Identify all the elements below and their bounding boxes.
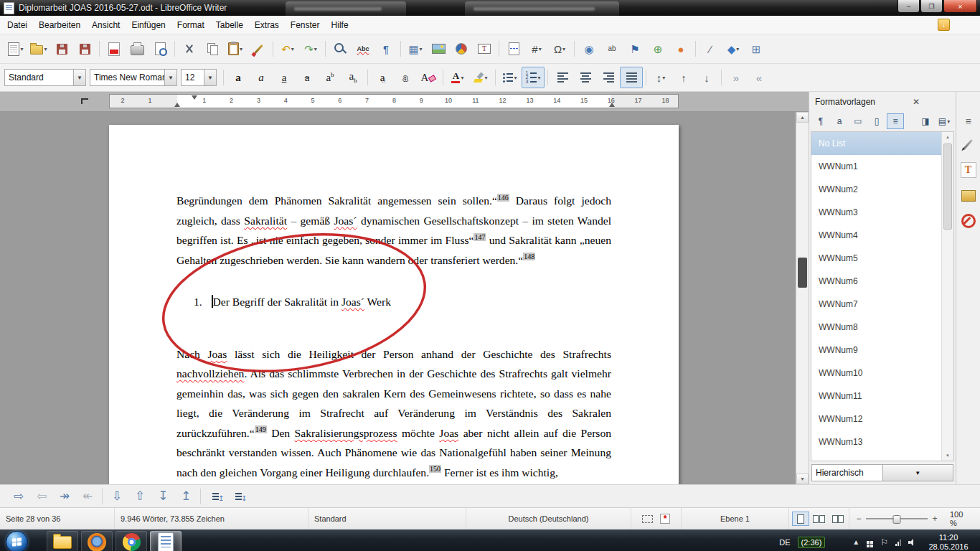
taskbar-writer-button[interactable] [150,531,182,551]
superscript-button[interactable]: ab [319,67,341,88]
taskbar-chrome-button[interactable] [116,531,147,551]
first-line-indent-marker[interactable] [192,95,197,100]
multi-page-view-button[interactable] [811,512,828,526]
underline-button[interactable]: a [273,67,296,88]
highlight-button[interactable]: ▾ [469,67,492,88]
navigate-back-button[interactable]: ⇦ [30,487,53,506]
insert-image-button[interactable] [427,38,450,60]
list-styles-icon[interactable]: ≡ [887,113,904,129]
minimize-button[interactable]: – [897,0,920,13]
align-center-button[interactable] [574,67,597,88]
paragraph-style-combo[interactable]: Standard ▼ [4,69,86,86]
insert-field-button[interactable]: #▾ [525,38,548,60]
special-character-dropdown[interactable]: ▾ [562,46,565,52]
document-canvas[interactable]: Begründungen dem Phänomen Sakralität ang… [0,112,796,484]
document-page[interactable]: Begründungen dem Phänomen Sakralität ang… [109,125,679,484]
paragraph-space-decrease-button[interactable]: ↓ [695,67,718,88]
style-item-wwnum9[interactable]: WWNum9 [811,339,942,362]
paste-button[interactable]: ▾ [224,38,247,60]
taskbar-explorer-button[interactable] [47,531,78,551]
style-item-wwnum7[interactable]: WWNum7 [811,293,942,316]
menu-ansicht[interactable]: Ansicht [86,17,126,33]
styles-scroll-down-arrow[interactable]: ▼ [942,451,953,461]
insert-hyperlink-button[interactable]: ◉ [578,38,600,60]
bullets-button[interactable]: ▾ [499,67,522,88]
maximize-button[interactable]: ❐ [920,0,943,13]
style-item-wwnum11[interactable]: WWNum11 [811,385,942,408]
style-item-wwnum8[interactable]: WWNum8 [811,316,942,339]
start-button[interactable] [6,531,28,551]
book-view-button[interactable] [829,512,847,526]
style-item-wwnum5[interactable]: WWNum5 [811,247,942,270]
page-break-button[interactable] [502,38,525,60]
repeat-search-back-button[interactable]: ↞ [76,487,99,506]
new-style-from-selection-icon-dropdown[interactable]: ▾ [947,118,950,125]
shadow-button[interactable]: a [371,67,394,88]
style-item-wwnum1[interactable]: WWNum1 [811,155,942,178]
scroll-down-button[interactable]: ⇩ [105,487,128,506]
menu-einfgen[interactable]: Einfügen [126,17,171,33]
action-center-flag-icon[interactable]: ⚐ [880,537,888,547]
single-page-view-button[interactable] [792,512,809,526]
styles-filter-dropdown[interactable]: ▼ [882,465,953,481]
taskbar-firefox-button[interactable] [81,531,113,551]
footnote-reference[interactable]: 147 [473,233,486,241]
menu-hilfe[interactable]: Hilfe [326,17,354,33]
redo-dropdown[interactable]: ▾ [314,46,317,52]
new-style-from-selection-icon[interactable]: ▤▾ [936,113,953,129]
styles-scrollbar[interactable]: ▲ ▼ [941,132,953,461]
italic-button[interactable]: a [250,67,273,88]
font-size-combo[interactable]: 12 ▼ [181,69,217,86]
align-right-button[interactable] [597,67,620,88]
menu-fenster[interactable]: Fenster [285,17,326,33]
scrollbar-down-arrow[interactable]: ▼ [796,474,809,484]
menu-tabelle[interactable]: Tabelle [210,17,249,33]
style-item-wwnum2[interactable]: WWNum2 [811,178,942,201]
open-button[interactable]: ▾ [27,38,50,60]
sidebar-menu-icon[interactable]: ≡ [965,116,971,126]
style-item-wwnum13[interactable]: WWNum13 [811,430,942,453]
network-icon[interactable] [895,539,901,546]
menu-extras[interactable]: Extras [249,17,285,33]
line-spacing-button[interactable]: ↕▾ [649,67,672,88]
zoom-slider[interactable]: − + [849,508,944,529]
next-list-item-button[interactable]: ↧ [227,487,250,506]
styles-scroll-up-arrow[interactable]: ▲ [942,132,953,142]
taskbar-clock[interactable]: 11:20 28.05.2016 [923,533,974,551]
page-indicator[interactable]: Seite 28 von 36 [0,508,115,529]
right-indent-marker[interactable] [609,103,615,107]
font-color-dropdown[interactable]: ▾ [461,75,463,81]
save-as-button[interactable] [73,38,96,60]
insert-chart-button[interactable] [450,38,473,60]
frame-styles-icon[interactable]: ▭ [849,113,867,129]
menu-datei[interactable]: Datei [1,17,33,33]
bold-button[interactable]: a [227,67,250,88]
styles-filter-combo[interactable]: Hierarchisch ▼ [811,464,953,481]
footnote-reference[interactable]: 150 [429,465,441,473]
basic-shapes-button[interactable]: ◆▾ [722,38,745,60]
line-spacing-dropdown[interactable]: ▾ [662,75,665,81]
styles-scrollbar-thumb[interactable] [943,143,952,230]
character-styles-icon[interactable]: a [831,113,848,129]
basic-shapes-dropdown[interactable]: ▾ [736,46,739,52]
clone-formatting-button[interactable] [247,38,270,60]
insert-bookmark-button[interactable]: ⚑ [623,38,646,60]
selection-mode-icon[interactable] [642,515,653,523]
tray-grid-icon[interactable] [867,541,870,544]
paragraph-space-increase-button[interactable]: ↑ [672,67,695,88]
word-count-indicator[interactable]: 9.946 Wörter, 73.855 Zeichen [115,508,308,529]
font-name-combo[interactable]: Times New Roman ▼ [90,69,177,86]
style-item-wwnum12[interactable]: WWNum12 [811,408,942,430]
print-preview-button[interactable] [149,38,171,60]
clear-formatting-button[interactable]: A [417,67,440,88]
close-panel-icon[interactable]: ✕ [882,97,950,107]
cross-reference-button[interactable]: ⊕ [646,38,669,60]
align-left-button[interactable] [551,67,574,88]
zoom-slider-thumb[interactable] [893,515,901,524]
scrollbar-up-arrow[interactable]: ▲ [796,112,809,123]
highlight-dropdown[interactable]: ▾ [484,75,487,81]
style-item-nolist[interactable]: No List [811,132,942,155]
insert-footnote-button[interactable]: ab [600,38,623,60]
font-name-dropdown[interactable]: ▼ [164,70,176,85]
strikethrough-button[interactable]: a [296,67,319,88]
